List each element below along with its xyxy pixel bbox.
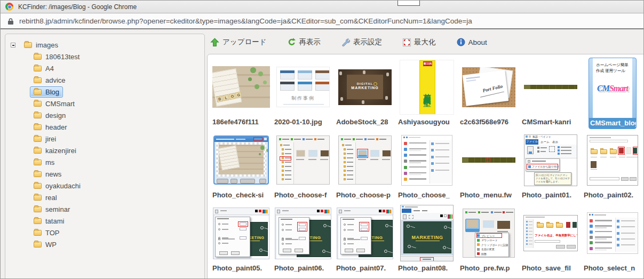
logo-smart: Smart (609, 84, 628, 93)
mini-toolbar-text (356, 139, 363, 140)
folder-item-images[interactable]: images (5, 39, 204, 51)
toolbar-button-maximize[interactable]: 最大化 (403, 37, 436, 47)
file-thumbnail[interactable]: DIGITALMARKETING (338, 69, 392, 105)
file-item-186efe476f111[interactable]: BLOG186efe476f111 (210, 57, 272, 130)
mini-tree-folder (344, 170, 346, 172)
file-thumbnail[interactable]: ホームページ簡単作成 運用ツールCMSmart (593, 58, 632, 118)
file-thumbnail[interactable]: MARKETING (213, 208, 269, 259)
status-size-text (423, 259, 431, 260)
file-item-Photo_paint06[interactable]: ETINGPhoto_paint06. (272, 203, 334, 276)
folder-label: seminar (45, 205, 70, 213)
mini-title-line (594, 214, 606, 216)
file-item-Photo_paint05[interactable]: MARKETINGPhoto_paint05. (210, 203, 272, 276)
file-thumbnail[interactable]: 無題 - ペイントファイルホーム表示ファイルから貼り付け[貼り付け元] ダイアロ… (524, 134, 577, 186)
file-thumbnail[interactable]: プレビューダウンロードクリップボードに記録名前の変更削除 (463, 209, 515, 258)
folder-item-WP[interactable]: WP (5, 238, 204, 250)
file-item-2020-01-10jpg[interactable]: 制作事例2020-01-10.jpg (272, 57, 334, 130)
file-item-Photo_choose_[interactable]: Photo_choose_ (396, 130, 458, 203)
mini-folder-icon (591, 149, 598, 154)
toolbar-button-refresh[interactable]: 再表示 (288, 37, 321, 47)
folder-item-news[interactable]: news (5, 168, 204, 180)
file-item-Photo_save_fil[interactable]: ファイル名は、半角英数字にしてくださいPhoto_save_fil (520, 203, 582, 276)
context-item-text: クリップボードに記録 (481, 243, 508, 246)
folder-item-jirei[interactable]: jirei (5, 133, 204, 145)
file-item-Ashiyasougyou[interactable]: 第11回芦屋創業塾Ashiyasougyou (396, 57, 458, 130)
file-item-CMSmart-kanri[interactable]: CMSmart-kanri (520, 57, 582, 130)
menu-item-icon (404, 142, 407, 145)
file-item-CMSmart_blog[interactable]: ホームページ簡単作成 運用ツールCMSmartCMSmart_blog. (582, 57, 643, 130)
file-thumbnail[interactable]: 制作事例 (276, 67, 330, 107)
folder-item-CMSmart[interactable]: CMSmart (5, 98, 204, 109)
selected-file-box[interactable]: ホームページ簡単作成 運用ツールCMSmartCMSmart_blog. (589, 58, 637, 129)
file-thumbnail[interactable] (524, 85, 577, 89)
file-item-AdobeStock_28[interactable]: DIGITALMARKETINGAdobeStock_28 (334, 57, 396, 130)
folder-item-seminar[interactable]: seminar (5, 203, 204, 215)
file-thumbnail[interactable]: ETING (337, 208, 393, 259)
folder-item-real[interactable]: real (5, 192, 204, 203)
file-item-Photo_choose-f[interactable]: Photo_choose-f (272, 130, 334, 203)
file-item-Photo_paint07[interactable]: ETINGPhoto_paint07. (334, 203, 396, 276)
mini-folder-icon (600, 149, 607, 154)
radio-icon (218, 228, 220, 230)
file-thumbnail[interactable]: MARKETING (400, 205, 454, 261)
red-highlight-box (297, 222, 307, 232)
folder-item-advice[interactable]: advice (5, 74, 204, 86)
folder-item-header[interactable]: header (5, 121, 204, 133)
file-thumbnail[interactable] (276, 135, 330, 185)
file-item-Photo_paint01[interactable]: 無題 - ペイントファイルホーム表示ファイルから貼り付け[貼り付け元] ダイアロ… (520, 130, 582, 203)
file-thumbnail[interactable] (587, 135, 638, 186)
file-thumbnail[interactable]: Port Folio (462, 67, 515, 107)
folder-item-kaizenjirei[interactable]: kaizenjirei (5, 145, 204, 156)
folder-item-A4[interactable]: A4 (5, 62, 204, 74)
mini-icon (402, 206, 404, 208)
file-thumbnail[interactable]: ファイル名は、半角英数字にしてください (523, 215, 578, 251)
file-thumbnail[interactable] (338, 135, 392, 185)
file-item-Photo_check-si[interactable]: Photo_check-si (210, 130, 272, 203)
thumb-wrap: ホームページ簡単作成 運用ツールCMSmart (589, 58, 636, 118)
file-item-Photo_paint02[interactable]: Photo_paint02. (582, 130, 643, 203)
red-highlight-box (476, 233, 502, 238)
item-caption (619, 157, 625, 158)
mini-tree-folder (344, 161, 346, 163)
mini-tree-label (347, 149, 353, 150)
toolbar-button-settings[interactable]: 表示設定 (341, 37, 382, 47)
file-thumbnail[interactable] (213, 135, 269, 185)
file-item-Photo_choose-p[interactable]: Photo_choose-p (334, 130, 396, 203)
file-thumbnail[interactable]: BLOG (212, 66, 270, 108)
file-item-Photo_paint08[interactable]: MARKETINGPhoto_paint08. (396, 203, 458, 276)
folder-item-180613test[interactable]: 180613test (5, 51, 204, 62)
dialog-title-line (217, 218, 229, 219)
address-bar[interactable]: rebirth8.jp/admin/kcfinder/browse.php?op… (1, 14, 643, 29)
file-item-c2c63f568e976[interactable]: Port Folioc2c63f568e976 (458, 57, 520, 130)
file-thumbnail[interactable] (401, 135, 452, 186)
mini-tree-label (345, 145, 352, 146)
file-thumbnail[interactable]: ETING (275, 208, 331, 259)
file-thumbnail[interactable] (587, 212, 638, 254)
chalk-doodle (323, 224, 327, 227)
folder-row: WP (30, 239, 60, 250)
dialog-button (567, 245, 576, 249)
file-thumbnail[interactable] (462, 157, 515, 163)
file-name: Photo_select_n (584, 264, 641, 272)
folder-item-ms[interactable]: ms (5, 156, 204, 168)
tree-expander-icon[interactable] (11, 43, 15, 47)
file-item-Photo_prefwp[interactable]: プレビューダウンロードクリップボードに記録名前の変更削除Photo_pre.fw… (458, 203, 520, 276)
folder-item-design[interactable]: design (5, 109, 204, 121)
menu-item-text (409, 154, 426, 156)
file-thumbnail[interactable]: 第11回芦屋創業塾 (400, 60, 454, 115)
folder-label: Blog (45, 88, 59, 96)
toolbar-button-upload[interactable]: アップロード (210, 37, 267, 47)
toolbar-button-about[interactable]: About (457, 38, 487, 46)
menu-item-subtext (409, 162, 421, 163)
side-tree-line (529, 234, 532, 235)
folder-item-TOP[interactable]: TOP (5, 227, 204, 238)
side-tree-icon (526, 243, 528, 245)
folder-item-tatami[interactable]: tatami (5, 215, 204, 227)
folder-item-oyakudachi[interactable]: oyakudachi (5, 180, 204, 192)
file-name: Photo_paint07. (336, 264, 394, 272)
file-item-Photo_select_n[interactable]: Photo_select_n (582, 203, 643, 276)
folder-item-Blog[interactable]: Blog (5, 86, 204, 98)
thumb-wrap: 制作事例 (272, 57, 334, 117)
caption-rule (283, 104, 324, 105)
file-item-Photo_menufw[interactable]: Photo_menu.fw (458, 130, 520, 203)
